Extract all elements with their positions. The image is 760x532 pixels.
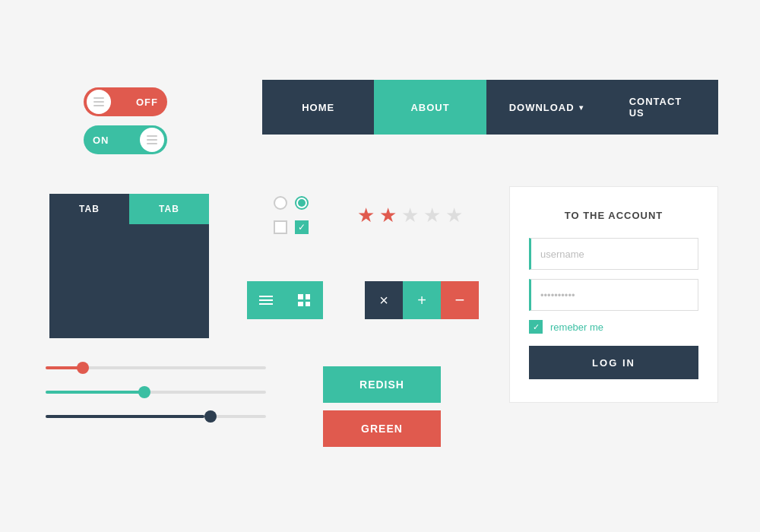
toggle-knob-on — [140, 128, 164, 152]
radio-unchecked[interactable] — [274, 196, 287, 210]
star-1[interactable]: ★ — [357, 204, 375, 227]
username-input[interactable] — [529, 238, 698, 270]
tab-1[interactable]: TAB — [49, 194, 129, 224]
nav-contact[interactable]: CONTACT US — [606, 80, 718, 135]
star-5[interactable]: ★ — [445, 204, 463, 227]
slider-red-fill — [46, 366, 79, 369]
checkmark-icon: ✓ — [298, 223, 306, 232]
nav-download[interactable]: DOWNLOAD ▾ — [486, 80, 606, 135]
toggles-section: OFF ON — [84, 87, 167, 154]
radio-row — [274, 196, 309, 210]
grid-button[interactable] — [285, 281, 323, 319]
login-title: TO THE ACCOUNT — [529, 210, 698, 221]
slider-teal-thumb[interactable] — [138, 386, 150, 398]
plus-icon: + — [417, 292, 426, 309]
password-input[interactable] — [529, 279, 698, 311]
toggle-on[interactable]: ON — [84, 125, 167, 154]
toggle-off[interactable]: OFF — [84, 87, 167, 116]
toggle-knob-off — [87, 90, 111, 114]
remember-label: remeber me — [550, 321, 603, 333]
radio-inner — [298, 199, 306, 207]
tab-content — [49, 224, 209, 338]
slider-red-thumb[interactable] — [77, 362, 89, 374]
remember-checkbox[interactable]: ✓ — [529, 320, 543, 334]
radio-checked[interactable] — [295, 196, 309, 210]
slider-red-track — [46, 366, 266, 369]
plus-button[interactable]: + — [403, 281, 441, 319]
minus-button[interactable]: − — [441, 281, 479, 319]
minus-icon: − — [455, 290, 465, 310]
grid-icon — [298, 294, 310, 306]
sliders-section — [46, 363, 266, 421]
chevron-down-icon: ▾ — [579, 103, 584, 112]
star-3[interactable]: ★ — [401, 204, 419, 227]
star-2[interactable]: ★ — [379, 204, 397, 227]
toggle-lines-icon-2 — [147, 135, 157, 144]
slider-teal-fill — [46, 391, 141, 394]
nav-home[interactable]: HOME — [262, 80, 374, 135]
checkbox-unchecked[interactable] — [274, 220, 287, 234]
login-section: TO THE ACCOUNT ✓ remeber me LOG IN — [509, 186, 718, 403]
lines-icon — [259, 296, 273, 305]
slider-teal-row — [46, 388, 266, 397]
stars-section: ★ ★ ★ ★ ★ — [357, 204, 463, 227]
checkbox-checked[interactable]: ✓ — [295, 220, 309, 234]
star-4[interactable]: ★ — [423, 204, 441, 227]
redish-button[interactable]: REDISH — [323, 366, 441, 403]
checkmark-icon-login: ✓ — [533, 322, 540, 332]
slider-teal-track — [46, 391, 266, 394]
remember-row: ✓ remeber me — [529, 320, 698, 334]
slider-red-row — [46, 363, 266, 372]
close-icon: × — [379, 292, 388, 309]
close-button[interactable]: × — [365, 281, 403, 319]
toggle-off-label: OFF — [136, 97, 158, 108]
radio-check-section: ✓ — [274, 196, 309, 234]
slider-dark-thumb[interactable] — [204, 410, 217, 423]
toggle-on-label: ON — [93, 135, 109, 146]
toggle-lines-icon — [93, 97, 104, 106]
tab-2[interactable]: TAB — [129, 194, 209, 224]
navbar: HOME ABOUT DOWNLOAD ▾ CONTACT US — [262, 80, 718, 135]
check-row: ✓ — [274, 220, 309, 234]
color-buttons-section: REDISH GREEN — [323, 366, 441, 447]
lines-button[interactable] — [247, 281, 285, 319]
tabs-section: TAB TAB — [49, 194, 209, 338]
slider-dark-row — [46, 412, 266, 421]
slider-dark-fill — [46, 415, 204, 418]
nav-about[interactable]: ABOUT — [374, 80, 486, 135]
tab-header: TAB TAB — [49, 194, 209, 224]
green-button[interactable]: GREEN — [323, 410, 441, 447]
icon-buttons-left — [247, 281, 323, 319]
slider-dark-track — [46, 415, 266, 418]
login-button[interactable]: LOG IN — [529, 346, 698, 379]
action-buttons-right: × + − — [365, 281, 479, 319]
